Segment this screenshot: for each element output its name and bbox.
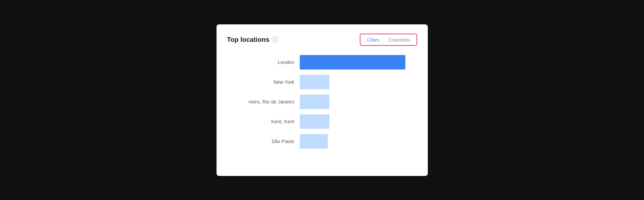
- card-header: Top locations i Cities Countries: [227, 34, 417, 46]
- city-label-saopaulo: São Paulo: [227, 138, 300, 144]
- tabs-container: Cities Countries: [360, 34, 417, 46]
- chart-row: Kent, Kent: [227, 114, 417, 129]
- card-title-group: Top locations i: [227, 36, 278, 43]
- chart-row: São Paulo: [227, 134, 417, 149]
- chart-row: New York: [227, 75, 417, 89]
- chart-row: neiro, Rio de Janeiro: [227, 95, 417, 109]
- bar-newyork: [300, 75, 329, 89]
- chart-area: London New York neiro, Rio de Janeiro Ke…: [227, 55, 417, 154]
- bar-saopaulo: [300, 134, 328, 149]
- bar-london: [300, 55, 405, 70]
- top-locations-card: Top locations i Cities Countries London …: [217, 24, 428, 176]
- tab-cities[interactable]: Cities: [362, 36, 384, 44]
- city-label-rio: neiro, Rio de Janeiro: [227, 99, 300, 104]
- city-label-kent: Kent, Kent: [227, 119, 300, 124]
- city-label-newyork: New York: [227, 79, 300, 85]
- info-icon[interactable]: i: [272, 37, 278, 43]
- card-title: Top locations: [227, 36, 270, 43]
- city-label-london: London: [227, 59, 300, 65]
- tab-countries[interactable]: Countries: [384, 36, 414, 44]
- bar-kent: [300, 114, 329, 129]
- bar-rio: [300, 95, 329, 109]
- chart-row: London: [227, 55, 417, 70]
